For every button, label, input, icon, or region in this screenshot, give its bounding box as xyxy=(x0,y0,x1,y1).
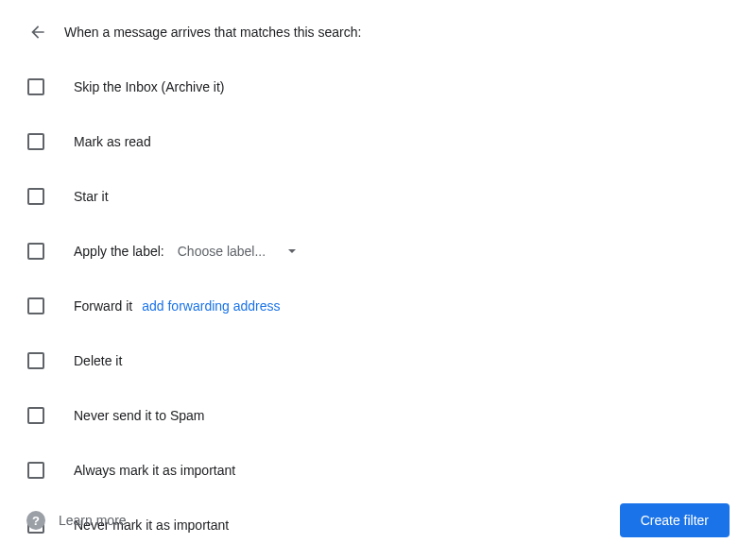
label-never-spam: Never send it to Spam xyxy=(74,408,205,423)
option-forward: Forward it add forwarding address xyxy=(26,289,730,323)
label-apply-label: Apply the label: xyxy=(74,244,164,259)
label-forward: Forward it xyxy=(74,298,132,314)
help-icon: ? xyxy=(26,511,45,530)
chevron-down-icon xyxy=(288,249,296,253)
dropdown-choose-label[interactable]: Choose label... xyxy=(174,242,300,261)
label-skip-inbox: Skip the Inbox (Archive it) xyxy=(74,79,225,94)
option-never-spam: Never send it to Spam xyxy=(26,399,730,433)
checkbox-skip-inbox[interactable] xyxy=(27,78,44,95)
label-delete: Delete it xyxy=(74,353,122,368)
option-apply-label: Apply the label: Choose label... xyxy=(26,234,730,268)
checkbox-apply-label[interactable] xyxy=(27,243,44,260)
back-arrow-icon[interactable] xyxy=(28,23,47,42)
checkbox-never-spam[interactable] xyxy=(27,407,44,424)
label-always-important: Always mark it as important xyxy=(74,463,235,478)
create-filter-button[interactable]: Create filter xyxy=(620,503,730,537)
option-always-important: Always mark it as important xyxy=(26,453,730,487)
option-mark-read: Mark as read xyxy=(26,125,730,159)
checkbox-mark-read[interactable] xyxy=(27,133,44,150)
link-add-forwarding-address[interactable]: add forwarding address xyxy=(142,298,280,314)
header-title: When a message arrives that matches this… xyxy=(64,25,361,40)
checkbox-always-important[interactable] xyxy=(27,462,44,479)
option-delete: Delete it xyxy=(26,344,730,378)
option-star: Star it xyxy=(26,179,730,213)
dropdown-choose-label-text: Choose label... xyxy=(178,244,266,259)
learn-more-link[interactable]: ? Learn more xyxy=(26,511,127,530)
checkbox-forward[interactable] xyxy=(27,297,44,314)
checkbox-star[interactable] xyxy=(27,188,44,205)
checkbox-delete[interactable] xyxy=(27,352,44,369)
label-star: Star it xyxy=(74,189,109,204)
label-mark-read: Mark as read xyxy=(74,134,151,149)
option-skip-inbox: Skip the Inbox (Archive it) xyxy=(26,70,730,104)
learn-more-text: Learn more xyxy=(59,513,127,528)
